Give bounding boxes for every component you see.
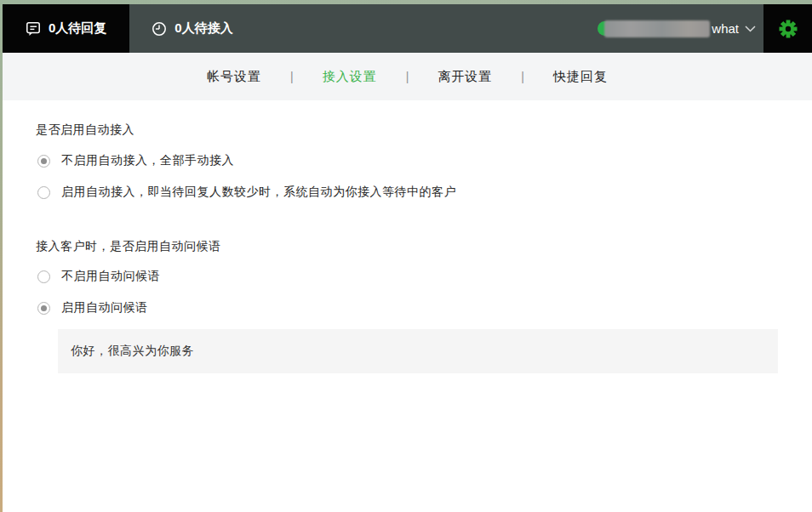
chevron-down-icon [745, 26, 756, 32]
radio-icon[interactable] [37, 270, 50, 283]
clock-icon [152, 21, 167, 37]
greeting-text: 你好，很高兴为你服务 [71, 344, 194, 359]
greeting-text-input[interactable]: 你好，很高兴为你服务 [58, 329, 778, 373]
auto-greeting-question: 接入客户时，是否启用自动问候语 [36, 239, 221, 254]
radio-option-label: 不启用自动问候语 [61, 269, 160, 284]
user-name-text: what [712, 21, 739, 36]
radio-option-label: 启用自动接入，即当待回复人数较少时，系统自动为你接入等待中的客户 [61, 185, 456, 200]
radio-option-no-greeting[interactable]: 不启用自动问候语 [37, 269, 160, 284]
settings-button[interactable] [763, 4, 812, 53]
tab-waiting-reply[interactable]: 0人待回复 [3, 4, 129, 53]
tab-waiting-accept[interactable]: 0人待接入 [129, 4, 254, 53]
radio-option-manual-accept[interactable]: 不启用自动接入，全部手动接入 [37, 153, 234, 168]
radio-icon[interactable] [37, 155, 50, 168]
redacted-username [604, 20, 710, 37]
settings-nav: 帐号设置 | 接入设置 | 离开设置 | 快捷回复 [3, 53, 812, 100]
tab-account-settings[interactable]: 帐号设置 [207, 69, 261, 85]
radio-option-label: 启用自动问候语 [61, 300, 148, 316]
chat-bubble-icon [26, 20, 41, 37]
tab-away-settings[interactable]: 离开设置 [437, 69, 492, 85]
waiting-reply-label: 0人待回复 [49, 20, 106, 37]
radio-option-enable-greeting[interactable]: 启用自动问候语 [37, 300, 148, 316]
radio-option-label: 不启用自动接入，全部手动接入 [61, 153, 234, 168]
nav-separator: | [290, 70, 294, 83]
auto-accept-question: 是否启用自动接入 [36, 122, 134, 138]
radio-icon[interactable] [37, 302, 50, 315]
tab-quick-replies[interactable]: 快捷回复 [553, 69, 608, 85]
tab-accept-settings[interactable]: 接入设置 [323, 69, 377, 85]
user-menu[interactable]: what [598, 4, 756, 53]
radio-icon[interactable] [37, 186, 50, 199]
nav-separator: | [406, 70, 409, 83]
nav-separator: | [521, 70, 524, 83]
wechat-customer-service-settings: { "colors": { "accent_green": "#3ab34c",… [0, 0, 812, 512]
radio-option-auto-accept[interactable]: 启用自动接入，即当待回复人数较少时，系统自动为你接入等待中的客户 [37, 185, 456, 200]
waiting-accept-label: 0人待接入 [174, 20, 232, 37]
top-bar: 0人待回复 0人待接入 what [3, 4, 812, 53]
gear-icon [779, 20, 798, 38]
